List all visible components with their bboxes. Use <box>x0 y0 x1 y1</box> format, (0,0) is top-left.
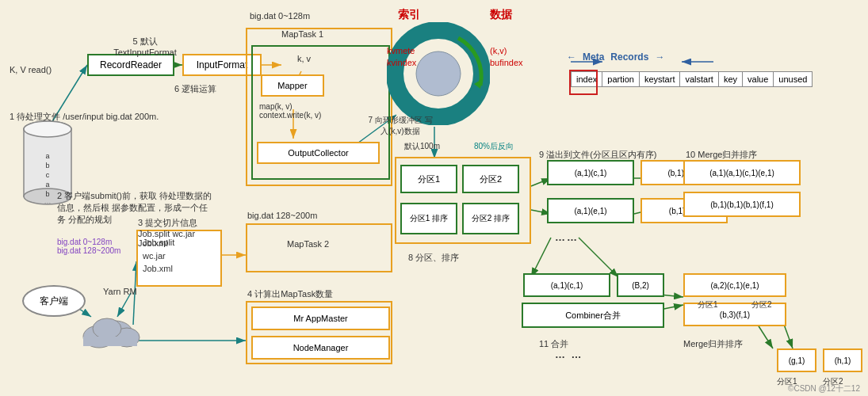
merge10-left-box: (a,1)(a,1)(c,1)(e,1) <box>683 160 801 185</box>
default-100m-label: 默认100m <box>404 141 440 152</box>
partition1-box: 分区1 <box>400 165 457 193</box>
bufindex-label: bufindex <box>490 58 523 67</box>
job-split-title: 3 提交切片信息 Job.split wc.jar Job.xml <box>138 217 220 248</box>
map-kv-label: map(k, v) context.write(k, v) <box>259 102 321 120</box>
svg-line-25 <box>531 238 551 277</box>
svg-point-42 <box>93 318 121 339</box>
meta-col-unused: unused <box>774 72 813 87</box>
combiner-merge-box: Combiner合并 <box>522 303 664 328</box>
dots1-label: …… <box>555 231 579 243</box>
meta-col-value: value <box>743 72 774 87</box>
partition2-sort-box: 分区2 排序 <box>462 203 519 234</box>
percent-80-label: 80%后反向 <box>474 141 514 152</box>
cloud-shape <box>79 309 143 355</box>
section10-label: 10 Merge归并排序 <box>686 149 757 161</box>
input-format-label: InputFormat <box>197 59 248 70</box>
write-buffer-label: 7 向环形缓冲区 写入(k,v)数据 <box>365 115 436 137</box>
partition-container: 分区1 分区2 分区1 排序 分区2 排序 <box>395 157 531 244</box>
meta-label: Meta <box>583 51 604 63</box>
index-highlight-box <box>569 70 598 95</box>
arrow-right-icon: → <box>655 51 664 63</box>
svg-rect-43 <box>83 337 137 346</box>
node-manager-inner: NodeManager <box>251 336 390 360</box>
svg-text:a: a <box>45 152 49 160</box>
maptask1-title-label: MapTask 1 <box>281 29 323 39</box>
ring-buffer <box>387 22 490 125</box>
data-label: 数据 <box>490 8 512 22</box>
app-master-inner: Mr AppMaster <box>251 307 390 330</box>
mapper-box: Mapper <box>261 74 324 97</box>
kvmete-label: kvmete <box>387 46 415 55</box>
job-split-box: 3 提交切片信息 Job.split wc.jar Job.xml Job.sp… <box>136 230 222 287</box>
kvindex-label: kvindex <box>387 58 416 67</box>
final-g1-box: (g,1) <box>777 348 816 372</box>
record-reader-box: RecordReader <box>87 54 174 76</box>
output-collector-box: OutputCollector <box>257 142 380 164</box>
final-h1-box: (h,1) <box>823 348 862 372</box>
partition2-box: 分区2 <box>462 165 519 193</box>
bigdat-200-label: big.dat 128~200m <box>247 211 317 220</box>
records-label: Records <box>610 51 648 63</box>
merge10-right-box: (b,1)(b,1)(b,1)(f,1) <box>683 192 801 217</box>
logic-op-label: 6 逻辑运算 <box>174 83 216 95</box>
meta-table: index partion keystart valstart key valu… <box>571 71 813 87</box>
combiner-B2-box: (B,2) <box>617 273 664 297</box>
combiner-merge-left-box: (a,2)(c,1)(e,1) <box>683 273 786 297</box>
partition1-sort-box: 分区1 排序 <box>400 203 457 234</box>
part2-label-right: 分区2 <box>751 299 772 310</box>
bigdat-128-label: big.dat 0~128m <box>250 11 310 21</box>
diagram-container: a b c a b … 1 待处理文件 /user/input big.dat … <box>0 0 868 396</box>
kv-data-label: (k,v) <box>490 46 507 55</box>
client-ellipse: 2 客户端submit()前，获取 待处理数据的信息，然后根 据参数配置，形成一… <box>22 285 86 317</box>
meta-col-valstart: valstart <box>680 72 718 87</box>
appmaster-box: Mr AppMaster NodeManager 4 计算出MapTask数量 <box>246 301 392 364</box>
arrow-left-icon: ← <box>567 51 576 63</box>
default-input-label: 5 默认 TextInputFormat <box>105 36 185 57</box>
section9-label: 9 溢出到文件(分区且区内有序) <box>539 149 657 161</box>
meta-records-row: ← Meta Records → <box>567 51 664 63</box>
svg-text:b: b <box>45 162 49 169</box>
file-info-label: 1 待处理文件 /user/input big.dat 200m. <box>10 111 159 123</box>
combiner-a1c1-box: (a,1)(c,1) <box>523 273 610 297</box>
svg-line-26 <box>579 238 618 277</box>
index-label: 索引 <box>398 8 420 22</box>
maptask1-outer-box: Mapper map(k, v) context.write(k, v) Out… <box>246 28 392 186</box>
maptask1-inner-box: Mapper map(k, v) context.write(k, v) Out… <box>251 45 390 180</box>
part1-label-right: 分区1 <box>698 299 718 310</box>
meta-col-key: key <box>718 72 742 87</box>
svg-point-32 <box>24 121 71 137</box>
svg-text:a: a <box>45 181 49 188</box>
record-reader-label: RecordReader <box>100 59 162 70</box>
merge-sort-label: Merge归并排序 <box>683 338 743 350</box>
footer-text: ©CSDN @12十二12 <box>788 383 860 394</box>
dots2-label: … … <box>555 348 583 360</box>
maptask2-outer-box: big.dat 128~200m MapTask 2 <box>246 223 392 272</box>
section8-label: 8 分区、排序 <box>408 252 459 264</box>
svg-text:c: c <box>46 171 50 179</box>
meta-col-partion: partion <box>602 72 640 87</box>
output-a1c1-box: (a,1)(c,1) <box>547 160 634 185</box>
kv-read-label: K, V read() <box>10 65 52 74</box>
compute-maptask-label: 4 计算出MapTask数量 <box>247 288 333 300</box>
output-a1e1-box: (a,1)(e,1) <box>547 198 634 223</box>
bigdat-items-label: big.dat 0~128m big.dat 128~200m <box>57 238 120 255</box>
meta-col-keystart: keystart <box>639 72 680 87</box>
maptask2-label: MapTask 2 <box>287 239 329 249</box>
svg-text:…: … <box>44 197 52 205</box>
svg-point-46 <box>416 51 461 96</box>
yarn-rm-label: Yarn RM <box>103 287 137 296</box>
